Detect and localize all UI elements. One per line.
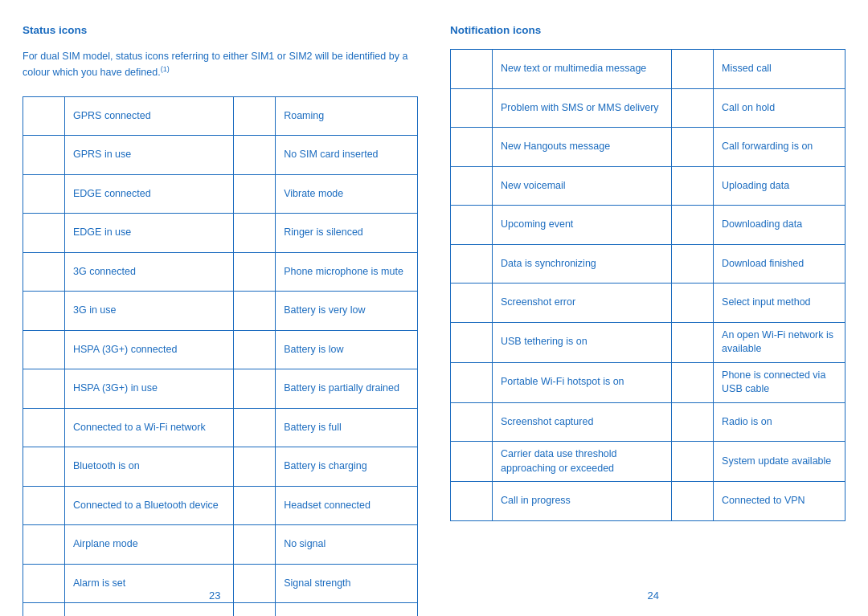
notif-label-right: Select input method [714,284,845,323]
status-icon-cell-2 [234,330,276,369]
status-label-right: Battery is low [276,330,418,369]
notif-label-left: Call in progress [493,482,672,521]
status-label-left: HSPA (3G+) in use [65,369,234,409]
status-icon-cell-2 [234,369,276,409]
icon [242,181,264,203]
status-label-right: Battery is full [276,408,418,447]
icon [242,141,264,164]
notif-label-left: Carrier data use threshold approaching o… [493,442,672,482]
table-row: HSPA (3G+) connectedBattery is low [23,330,418,369]
icon [242,570,264,593]
page-number-right: 24 [648,589,659,602]
status-icon-cell-2 [234,96,276,136]
notif-icon-cell [451,442,493,482]
notif-label-right: Download finished [714,244,845,284]
status-label-left: Connected to a Wi-Fi network [65,408,234,447]
notif-label-left: Problem with SMS or MMS delivery [493,88,672,128]
table-row: EDGE in useRinger is silenced [23,214,418,253]
icon [459,409,481,431]
status-icon-cell-2 [234,603,276,616]
icon [242,259,264,281]
status-icon-cell [23,330,65,369]
notif-icon-cell-2 [672,166,714,206]
page-container: Status icons For dual SIM model, status … [0,0,868,616]
icon [680,95,702,117]
icon [242,103,264,125]
status-label-right: Signal strength [276,564,418,603]
table-row: 3G connectedPhone microphone is mute [23,252,418,292]
notif-icon-cell-2 [672,244,714,284]
status-icon-cell [23,252,65,292]
page-number-left: 23 [209,589,220,602]
status-icon-cell-2 [234,486,276,525]
table-row: Call in progressConnected to VPN [451,482,845,521]
status-icon-cell-2 [234,292,276,331]
status-icon-cell [23,408,65,447]
status-label-right: Song is playing [276,603,418,616]
icon [680,328,702,351]
icon [242,219,264,242]
status-label-left: HSPA (3G+) connected [65,330,234,369]
notif-label-right: Missed call [714,50,845,89]
icon [680,487,702,510]
notif-label-left: New text or multimedia message [493,50,672,89]
notif-label-left: Portable Wi-Fi hotspot is on [493,362,672,402]
icon [459,369,481,391]
notif-icon-cell-2 [672,362,714,402]
icon [680,173,702,195]
icon [680,409,702,431]
icon [31,375,54,398]
status-icon-cell [23,447,65,487]
icon [680,448,702,471]
table-row: GPRS in useNo SIM card inserted [23,136,418,175]
status-label-left: EDGE in use [65,214,234,253]
icon [31,531,54,553]
icon [680,133,702,156]
notif-label-left: Screenshot captured [493,402,672,442]
icon [242,337,264,359]
status-icon-cell-2 [234,174,276,214]
notif-label-left: Screenshot error [493,284,672,323]
notif-icon-cell [451,322,493,362]
icon [459,173,481,195]
icon [31,103,54,125]
icon [242,609,264,616]
status-icons-title: Status icons [23,24,418,36]
status-icon-cell-2 [234,525,276,565]
icon [680,289,702,312]
status-label-right: Headset connected [276,486,418,525]
notif-label-right: An open Wi-Fi network is available [714,322,845,362]
icon [242,414,264,437]
table-row: Airplane modeNo signal [23,525,418,565]
icon [31,570,54,593]
table-row: Bluetooth is onBattery is charging [23,447,418,487]
notif-label-right: Connected to VPN [714,482,845,521]
notif-label-right: Uploading data [714,166,845,206]
notification-icons-table: New text or multimedia messageMissed cal… [450,49,845,521]
notif-icon-cell-2 [672,88,714,128]
table-row: Problem with SMS or MMS deliveryCall on … [451,88,845,128]
status-label-right: Battery is very low [276,292,418,331]
icon [680,211,702,234]
table-row: GPS is onSong is playing [23,603,418,616]
icon [242,297,264,320]
table-row: New Hangouts messageCall forwarding is o… [451,128,845,167]
status-icon-cell [23,525,65,565]
notif-icon-cell-2 [672,50,714,89]
icon [31,414,54,437]
icon [31,337,54,359]
icon [459,251,481,273]
icon [242,375,264,398]
table-row: 3G in useBattery is very low [23,292,418,331]
status-label-right: Roaming [276,96,418,136]
icon [242,492,264,515]
icon [680,55,702,78]
status-icon-cell-2 [234,447,276,487]
notification-icons-title: Notification icons [450,24,845,36]
notif-icon-cell-2 [672,284,714,323]
table-row: Connected to a Bluetooth deviceHeadset c… [23,486,418,525]
icon [242,453,264,475]
table-row: Upcoming eventDownloading data [451,206,845,245]
icon [31,181,54,203]
icon [31,609,54,616]
